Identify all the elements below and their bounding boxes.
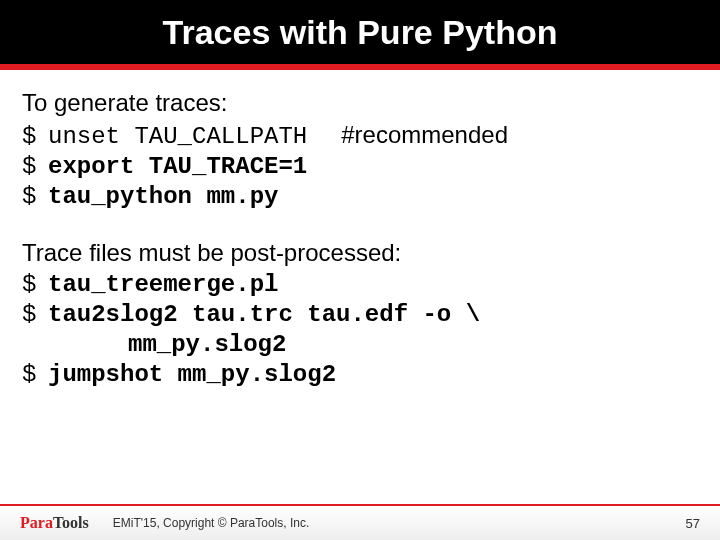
- cmd-row: $ tau_python mm.py: [22, 182, 698, 212]
- command-text: tau_treemerge.pl: [48, 270, 278, 300]
- command-text: unset TAU_CALLPATH: [48, 122, 307, 152]
- slide-title: Traces with Pure Python: [163, 13, 558, 52]
- command-comment: #recommended: [341, 120, 508, 150]
- command-text: tau_python mm.py: [48, 182, 278, 212]
- command-text: export TAU_TRACE=1: [48, 152, 307, 182]
- command-text: mm_py.slog2: [128, 330, 286, 360]
- command-text: jumpshot mm_py.slog2: [48, 360, 336, 390]
- section2-intro: Trace files must be post-processed:: [22, 238, 698, 268]
- slide-header: Traces with Pure Python: [0, 0, 720, 64]
- copyright-text: EMiT'15, Copyright © ParaTools, Inc.: [113, 516, 310, 530]
- cmd-row: mm_py.slog2: [22, 330, 698, 360]
- prompt: $: [22, 360, 48, 390]
- prompt: $: [22, 182, 48, 212]
- cmd-row: $ unset TAU_CALLPATH #recommended: [22, 120, 698, 152]
- logo: ParaTools: [20, 514, 89, 532]
- prompt: $: [22, 152, 48, 182]
- logo-right: Tools: [53, 514, 89, 532]
- slide-footer: ParaTools EMiT'15, Copyright © ParaTools…: [0, 504, 720, 540]
- prompt: $: [22, 270, 48, 300]
- cmd-row: $ jumpshot mm_py.slog2: [22, 360, 698, 390]
- slide-body: To generate traces: $ unset TAU_CALLPATH…: [0, 70, 720, 540]
- command-text: tau2slog2 tau.trc tau.edf -o \: [48, 300, 480, 330]
- prompt: $: [22, 300, 48, 330]
- cmd-row: $ export TAU_TRACE=1: [22, 152, 698, 182]
- cmd-row: $ tau_treemerge.pl: [22, 270, 698, 300]
- page-number: 57: [686, 516, 700, 531]
- section1-intro: To generate traces:: [22, 88, 698, 118]
- logo-left: Para: [20, 514, 53, 532]
- cmd-row: $ tau2slog2 tau.trc tau.edf -o \: [22, 300, 698, 330]
- prompt: $: [22, 122, 48, 152]
- slide: Traces with Pure Python To generate trac…: [0, 0, 720, 540]
- section-gap: [22, 212, 698, 238]
